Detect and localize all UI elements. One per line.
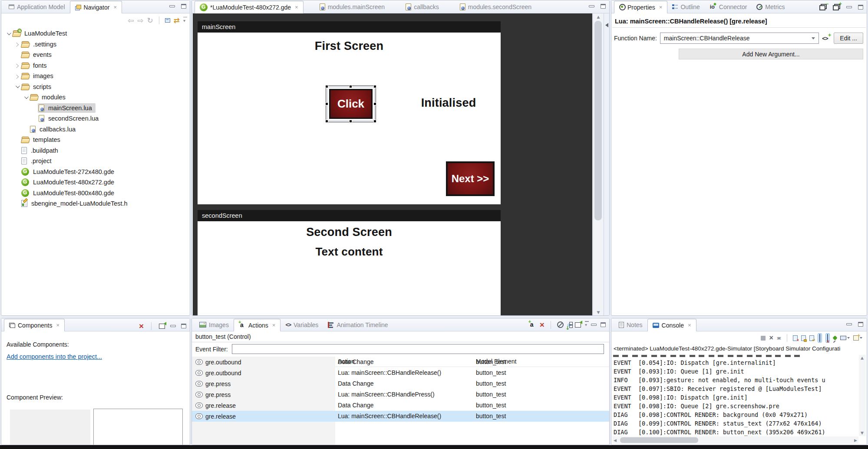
screen-header-mainscreen[interactable]: mainScreen bbox=[198, 21, 501, 33]
scroll-left-icon[interactable]: ◀ bbox=[614, 438, 617, 442]
tab-properties[interactable]: Properties × bbox=[614, 1, 667, 13]
screen-header-secondscreen[interactable]: secondScreen bbox=[198, 210, 501, 221]
table-row[interactable]: gre.release Data Change button_test bbox=[192, 400, 609, 411]
tree-item[interactable]: images bbox=[1, 71, 190, 82]
show-stdout-icon[interactable] bbox=[818, 333, 822, 343]
console-horizontal-scrollbar[interactable]: ◀ ▶ bbox=[612, 436, 858, 444]
close-icon[interactable]: × bbox=[272, 322, 276, 328]
scrollbar-thumb[interactable] bbox=[594, 21, 602, 220]
close-icon[interactable]: × bbox=[295, 4, 298, 10]
selected-click-button[interactable]: Click bbox=[325, 85, 376, 123]
tree-item[interactable]: modules bbox=[1, 92, 190, 103]
add-new-argument-button[interactable]: Add New Argument... bbox=[679, 49, 863, 59]
add-components-link[interactable]: Add components into the project... bbox=[7, 353, 102, 360]
table-row[interactable]: gre.outbound Lua: mainScreen::CBHandleRe… bbox=[192, 367, 609, 378]
collapse-all-icon[interactable] bbox=[165, 18, 170, 23]
design-title-text[interactable]: Second Screen bbox=[204, 226, 494, 239]
selection-handle-sw[interactable] bbox=[325, 120, 328, 123]
function-name-combobox[interactable]: mainScreen::CBHandleRelease bbox=[660, 33, 819, 44]
tree-item[interactable]: events bbox=[1, 49, 190, 60]
tree-item[interactable]: scripts bbox=[1, 82, 190, 92]
show-stderr-icon[interactable] bbox=[825, 333, 830, 343]
disable-highlight-icon[interactable] bbox=[557, 321, 564, 328]
tab-notes[interactable]: Notes bbox=[614, 318, 647, 331]
tab-components[interactable]: Components × bbox=[4, 319, 65, 331]
editor-tab-gde[interactable]: *LuaModuleTest-480x272.gde × bbox=[195, 1, 304, 13]
close-icon[interactable]: × bbox=[56, 322, 59, 328]
minimize-icon[interactable] bbox=[846, 323, 852, 325]
selection-handle-n[interactable] bbox=[349, 85, 352, 88]
selection-handle-s[interactable] bbox=[349, 120, 352, 123]
tree-item[interactable]: templates bbox=[1, 134, 190, 145]
tree-item-selected[interactable]: mainScreen.lua bbox=[1, 103, 190, 114]
screen-mainscreen[interactable]: First Screen Click Initialised Next >> bbox=[198, 33, 501, 204]
terminate-icon[interactable] bbox=[761, 336, 766, 341]
scroll-right-icon[interactable]: ▶ bbox=[854, 438, 857, 442]
editor-tab-mainscreen[interactable]: modules.mainScreen bbox=[315, 0, 390, 13]
event-filter-input[interactable] bbox=[232, 344, 604, 354]
back-icon[interactable]: ⇦ bbox=[128, 17, 134, 24]
editor-tab-callbacks[interactable]: callbacks bbox=[401, 0, 444, 13]
tab-actions[interactable]: Actions × bbox=[234, 319, 281, 331]
tree-item[interactable]: .project bbox=[1, 156, 190, 167]
scrollbar-thumb[interactable] bbox=[620, 437, 698, 443]
tree-item[interactable]: .buildpath bbox=[1, 145, 190, 156]
design-canvas[interactable]: mainScreen First Screen Click Initialise… bbox=[193, 13, 592, 316]
scroll-down-icon[interactable]: ▼ bbox=[593, 309, 604, 316]
tree-item[interactable]: sbengine_model-LuaModuleTest.h bbox=[1, 198, 190, 209]
up-icon[interactable]: ↻ bbox=[147, 17, 153, 24]
selection-handle-ne[interactable] bbox=[373, 85, 376, 88]
maximize-icon[interactable] bbox=[601, 4, 606, 9]
minimize-icon[interactable] bbox=[846, 6, 852, 8]
open-console-icon[interactable] bbox=[853, 335, 862, 341]
pin-console-icon[interactable] bbox=[832, 335, 837, 340]
tree-item-project[interactable]: LuaModuleTest bbox=[1, 28, 190, 39]
selection-handle-e[interactable] bbox=[373, 102, 376, 105]
close-icon[interactable]: × bbox=[113, 4, 117, 10]
tree-item[interactable]: LuaModuleTest-480x272.gde bbox=[1, 177, 190, 188]
tab-variables[interactable]: <> Variables bbox=[281, 318, 323, 331]
close-icon[interactable]: × bbox=[659, 4, 663, 10]
scroll-down-icon[interactable]: ▼ bbox=[861, 431, 864, 435]
console-vertical-scrollbar[interactable]: ▲ ▼ bbox=[859, 355, 866, 436]
next-button[interactable]: Next >> bbox=[446, 161, 495, 196]
expand-sections-icon[interactable]: + bbox=[833, 4, 840, 10]
maximize-icon[interactable] bbox=[181, 4, 186, 9]
tab-animation-timeline[interactable]: Animation Timeline bbox=[323, 318, 393, 331]
tree-item[interactable]: secondScreen.lua bbox=[1, 113, 190, 124]
design-title-text[interactable]: First Screen bbox=[204, 39, 494, 53]
view-menu-icon[interactable]: ▾ bbox=[585, 322, 587, 327]
tree-item[interactable]: callbacks.lua bbox=[1, 124, 190, 135]
word-wrap-icon[interactable]: ↵ bbox=[809, 335, 814, 341]
chevron-down-icon[interactable] bbox=[5, 29, 12, 37]
delete-component-icon[interactable]: × bbox=[139, 322, 144, 330]
maximize-icon[interactable] bbox=[181, 324, 186, 328]
collapse-sections-icon[interactable]: − bbox=[819, 4, 827, 10]
scroll-up-icon[interactable]: ▲ bbox=[593, 13, 604, 20]
clear-console-icon[interactable]: × bbox=[793, 335, 798, 341]
table-row[interactable]: gre.press Lua: mainScreen::CBHandlePress… bbox=[192, 389, 609, 400]
tab-connector[interactable]: Connector bbox=[705, 0, 752, 13]
collapsed-palette-strip[interactable] bbox=[604, 13, 610, 316]
minimize-icon[interactable] bbox=[170, 325, 176, 327]
remove-launch-icon[interactable]: × bbox=[769, 334, 773, 341]
maximize-icon[interactable] bbox=[858, 322, 863, 327]
forward-icon[interactable]: ⇨ bbox=[137, 17, 143, 24]
link-with-editor-icon[interactable]: ⇄ bbox=[174, 17, 180, 24]
chevron-right-icon[interactable] bbox=[13, 40, 20, 48]
chevron-right-icon[interactable] bbox=[13, 72, 20, 80]
chevron-down-icon[interactable] bbox=[22, 93, 29, 101]
scroll-up-icon[interactable]: ▲ bbox=[861, 356, 864, 360]
editor-vertical-scrollbar[interactable]: ▲ ▼ bbox=[593, 13, 603, 316]
view-menu-icon[interactable]: ▾ bbox=[183, 18, 185, 23]
minimize-icon[interactable] bbox=[169, 5, 175, 7]
add-action-icon[interactable] bbox=[529, 321, 536, 328]
tree-item[interactable]: LuaModuleTest-800x480.gde bbox=[1, 188, 190, 199]
close-icon[interactable]: × bbox=[688, 322, 691, 328]
edit-function-button[interactable]: Edit ... bbox=[834, 33, 863, 44]
new-function-icon[interactable] bbox=[822, 34, 831, 42]
status-text[interactable]: Initialised bbox=[405, 96, 492, 110]
maximize-icon[interactable] bbox=[601, 322, 606, 327]
table-row[interactable]: gre.press Data Change button_test bbox=[192, 378, 609, 389]
delete-action-icon[interactable]: × bbox=[540, 321, 545, 329]
